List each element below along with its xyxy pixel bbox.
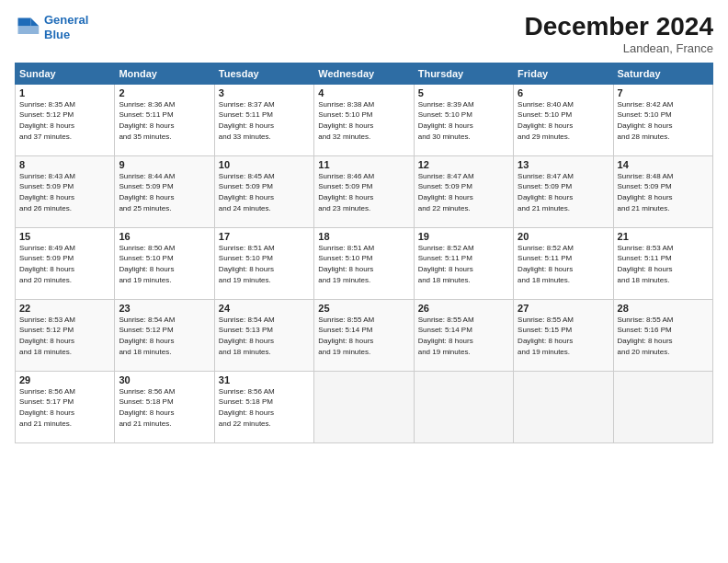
day-info: Sunrise: 8:56 AMSunset: 5:17 PMDaylight:… [19, 386, 110, 429]
logo-general: General [44, 13, 88, 27]
header: General Blue December 2024 Landean, Fran… [15, 13, 713, 55]
calendar-cell: 15Sunrise: 8:49 AMSunset: 5:09 PMDayligh… [16, 227, 115, 299]
day-info: Sunrise: 8:43 AMSunset: 5:09 PMDaylight:… [19, 171, 110, 213]
calendar-cell: 3Sunrise: 8:37 AMSunset: 5:11 PMDaylight… [214, 84, 313, 155]
calendar-cell: 14Sunrise: 8:48 AMSunset: 5:09 PMDayligh… [613, 155, 712, 227]
day-number: 19 [418, 231, 509, 242]
calendar-cell: 31Sunrise: 8:56 AMSunset: 5:18 PMDayligh… [214, 371, 313, 442]
day-info: Sunrise: 8:37 AMSunset: 5:11 PMDaylight:… [219, 99, 310, 142]
day-info: Sunrise: 8:55 AMSunset: 5:14 PMDaylight:… [318, 315, 409, 357]
day-info: Sunrise: 8:54 AMSunset: 5:13 PMDaylight:… [219, 315, 310, 357]
day-number: 14 [618, 159, 709, 170]
calendar-cell [314, 371, 414, 442]
header-row: Sunday Monday Tuesday Wednesday Thursday… [16, 63, 713, 84]
calendar-cell [613, 371, 712, 442]
th-wednesday: Wednesday [314, 63, 414, 84]
day-info: Sunrise: 8:47 AMSunset: 5:09 PMDaylight:… [418, 171, 509, 213]
day-info: Sunrise: 8:52 AMSunset: 5:11 PMDaylight:… [418, 243, 509, 285]
day-number: 10 [219, 159, 310, 170]
day-info: Sunrise: 8:39 AMSunset: 5:10 PMDaylight:… [418, 99, 509, 142]
day-number: 17 [219, 231, 310, 242]
calendar-page: General Blue December 2024 Landean, Fran… [0, 0, 728, 563]
th-tuesday: Tuesday [214, 63, 313, 84]
th-sunday: Sunday [16, 63, 115, 84]
calendar-cell: 18Sunrise: 8:51 AMSunset: 5:10 PMDayligh… [314, 227, 414, 299]
day-number: 12 [418, 159, 509, 170]
calendar-cell: 11Sunrise: 8:46 AMSunset: 5:09 PMDayligh… [314, 155, 414, 227]
day-number: 16 [119, 231, 210, 242]
day-number: 27 [518, 303, 609, 314]
day-number: 4 [318, 87, 409, 98]
day-number: 15 [19, 231, 110, 242]
calendar-cell: 5Sunrise: 8:39 AMSunset: 5:10 PMDaylight… [414, 84, 513, 155]
day-info: Sunrise: 8:49 AMSunset: 5:09 PMDaylight:… [19, 243, 110, 285]
calendar-cell: 29Sunrise: 8:56 AMSunset: 5:17 PMDayligh… [16, 371, 115, 442]
calendar-cell: 28Sunrise: 8:55 AMSunset: 5:16 PMDayligh… [613, 299, 712, 371]
month-title: December 2024 [525, 13, 713, 41]
calendar-cell: 1Sunrise: 8:35 AMSunset: 5:12 PMDaylight… [16, 84, 115, 155]
day-info: Sunrise: 8:40 AMSunset: 5:10 PMDaylight:… [518, 99, 609, 142]
day-info: Sunrise: 8:46 AMSunset: 5:09 PMDaylight:… [318, 171, 409, 213]
day-number: 1 [19, 87, 110, 98]
day-info: Sunrise: 8:56 AMSunset: 5:18 PMDaylight:… [119, 386, 210, 429]
day-info: Sunrise: 8:52 AMSunset: 5:11 PMDaylight:… [518, 243, 609, 285]
calendar-cell: 7Sunrise: 8:42 AMSunset: 5:10 PMDaylight… [613, 84, 712, 155]
day-info: Sunrise: 8:51 AMSunset: 5:10 PMDaylight:… [219, 243, 310, 285]
day-number: 26 [418, 303, 509, 314]
calendar-cell: 10Sunrise: 8:45 AMSunset: 5:09 PMDayligh… [214, 155, 313, 227]
day-number: 3 [219, 87, 310, 98]
day-info: Sunrise: 8:55 AMSunset: 5:16 PMDaylight:… [618, 315, 709, 357]
day-number: 13 [518, 159, 609, 170]
logo-icon [15, 15, 40, 40]
calendar-cell: 19Sunrise: 8:52 AMSunset: 5:11 PMDayligh… [414, 227, 513, 299]
calendar-cell: 4Sunrise: 8:38 AMSunset: 5:10 PMDaylight… [314, 84, 414, 155]
day-info: Sunrise: 8:42 AMSunset: 5:10 PMDaylight:… [618, 99, 709, 142]
calendar-cell: 24Sunrise: 8:54 AMSunset: 5:13 PMDayligh… [214, 299, 313, 371]
day-number: 24 [219, 303, 310, 314]
logo-blue: Blue [44, 28, 70, 41]
day-info: Sunrise: 8:44 AMSunset: 5:09 PMDaylight:… [119, 171, 210, 213]
day-number: 29 [19, 374, 110, 385]
calendar-cell: 22Sunrise: 8:53 AMSunset: 5:12 PMDayligh… [16, 299, 115, 371]
calendar-cell: 6Sunrise: 8:40 AMSunset: 5:10 PMDaylight… [514, 84, 613, 155]
day-number: 7 [618, 87, 709, 98]
calendar-week-2: 8Sunrise: 8:43 AMSunset: 5:09 PMDaylight… [16, 155, 713, 227]
th-saturday: Saturday [613, 63, 712, 84]
day-info: Sunrise: 8:55 AMSunset: 5:14 PMDaylight:… [418, 315, 509, 357]
day-info: Sunrise: 8:36 AMSunset: 5:11 PMDaylight:… [119, 99, 210, 142]
calendar-cell: 23Sunrise: 8:54 AMSunset: 5:12 PMDayligh… [115, 299, 214, 371]
day-number: 6 [518, 87, 609, 98]
day-number: 30 [119, 374, 210, 385]
day-number: 31 [219, 374, 310, 385]
day-number: 8 [19, 159, 110, 170]
day-number: 23 [119, 303, 210, 314]
calendar-week-1: 1Sunrise: 8:35 AMSunset: 5:12 PMDaylight… [16, 84, 713, 155]
calendar-cell: 21Sunrise: 8:53 AMSunset: 5:11 PMDayligh… [613, 227, 712, 299]
day-number: 11 [318, 159, 409, 170]
day-info: Sunrise: 8:47 AMSunset: 5:09 PMDaylight:… [518, 171, 609, 213]
calendar-cell: 27Sunrise: 8:55 AMSunset: 5:15 PMDayligh… [514, 299, 613, 371]
day-number: 22 [19, 303, 110, 314]
day-info: Sunrise: 8:53 AMSunset: 5:12 PMDaylight:… [19, 315, 110, 357]
day-info: Sunrise: 8:51 AMSunset: 5:10 PMDaylight:… [318, 243, 409, 285]
day-info: Sunrise: 8:48 AMSunset: 5:09 PMDaylight:… [618, 171, 709, 213]
calendar-week-3: 15Sunrise: 8:49 AMSunset: 5:09 PMDayligh… [16, 227, 713, 299]
calendar-cell: 25Sunrise: 8:55 AMSunset: 5:14 PMDayligh… [314, 299, 414, 371]
calendar-cell: 30Sunrise: 8:56 AMSunset: 5:18 PMDayligh… [115, 371, 214, 442]
svg-rect-2 [18, 26, 40, 34]
day-number: 20 [518, 231, 609, 242]
day-info: Sunrise: 8:50 AMSunset: 5:10 PMDaylight:… [119, 243, 210, 285]
day-number: 5 [418, 87, 509, 98]
th-friday: Friday [514, 63, 613, 84]
th-monday: Monday [115, 63, 214, 84]
calendar-cell [414, 371, 513, 442]
svg-rect-1 [18, 17, 31, 26]
calendar-cell: 9Sunrise: 8:44 AMSunset: 5:09 PMDaylight… [115, 155, 214, 227]
svg-marker-0 [31, 17, 40, 26]
title-area: December 2024 Landean, France [525, 13, 713, 55]
calendar-cell: 16Sunrise: 8:50 AMSunset: 5:10 PMDayligh… [115, 227, 214, 299]
day-info: Sunrise: 8:38 AMSunset: 5:10 PMDaylight:… [318, 99, 409, 142]
day-number: 2 [119, 87, 210, 98]
location: Landean, France [525, 41, 713, 55]
calendar-week-5: 29Sunrise: 8:56 AMSunset: 5:17 PMDayligh… [16, 371, 713, 442]
